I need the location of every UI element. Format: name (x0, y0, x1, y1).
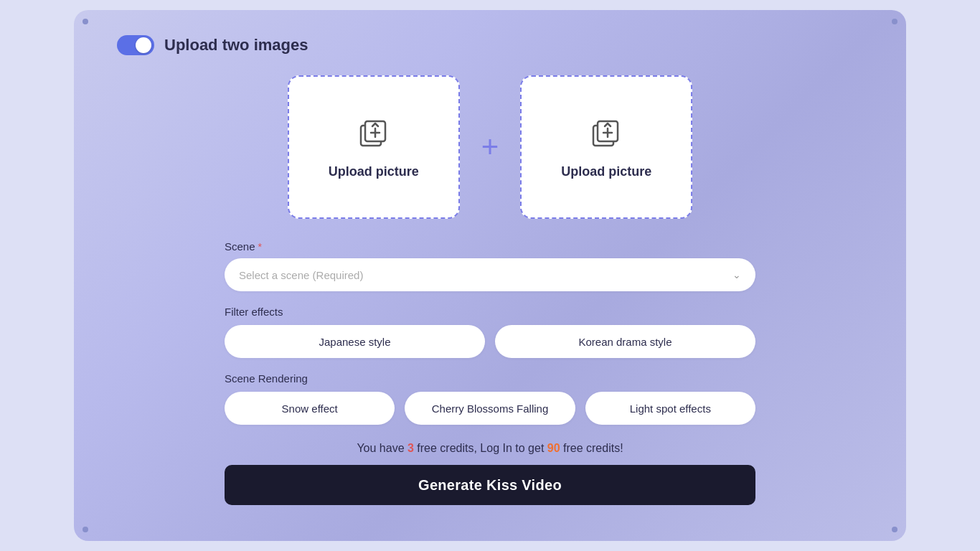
upload-two-images-toggle[interactable] (117, 35, 154, 55)
scene-field-label: Scene * (225, 240, 755, 253)
filter-japanese-button[interactable]: Japanese style (225, 325, 485, 358)
corner-dot-tl (83, 19, 88, 24)
credits-text: You have 3 free credits, Log In to get 9… (225, 442, 755, 455)
filter-korean-button[interactable]: Korean drama style (495, 325, 755, 358)
header-label: Upload two images (164, 36, 308, 55)
filter-effects-label: Filter effects (225, 306, 755, 318)
scene-rendering-row: Snow effect Cherry Blossoms Falling Ligh… (225, 392, 755, 425)
scene-rendering-label: Scene Rendering (225, 372, 755, 385)
main-container: Upload two images Upload picture + Uplo (74, 10, 906, 541)
upload-box-1[interactable]: Upload picture (288, 75, 460, 219)
upload-box-1-label: Upload picture (329, 164, 419, 179)
scene-light-button[interactable]: Light spot effects (585, 392, 755, 425)
scene-snow-button[interactable]: Snow effect (225, 392, 395, 425)
plus-separator: + (481, 132, 499, 162)
chevron-down-icon: ⌄ (732, 269, 741, 281)
scene-cherry-button[interactable]: Cherry Blossoms Falling (405, 392, 575, 425)
upload-box-2[interactable]: Upload picture (520, 75, 692, 219)
credits-count: 3 (407, 442, 414, 454)
upload-box-2-label: Upload picture (561, 164, 651, 179)
required-star: * (258, 241, 262, 253)
upload-row: Upload picture + Upload picture (288, 75, 693, 219)
scene-select[interactable]: Select a scene (Required) ⌄ (225, 258, 755, 291)
corner-dot-br (892, 527, 897, 532)
upload-icon-2 (588, 116, 625, 153)
corner-dot-bl (83, 527, 88, 532)
filter-effects-row: Japanese style Korean drama style (225, 325, 755, 358)
corner-dot-tr (892, 19, 897, 24)
generate-kiss-video-button[interactable]: Generate Kiss Video (225, 465, 755, 505)
form-section: Scene * Select a scene (Required) ⌄ Filt… (225, 240, 755, 505)
scene-placeholder: Select a scene (Required) (239, 269, 363, 281)
upload-icon-1 (355, 116, 392, 153)
header-row: Upload two images (103, 35, 877, 55)
credits-bonus: 90 (547, 442, 560, 454)
